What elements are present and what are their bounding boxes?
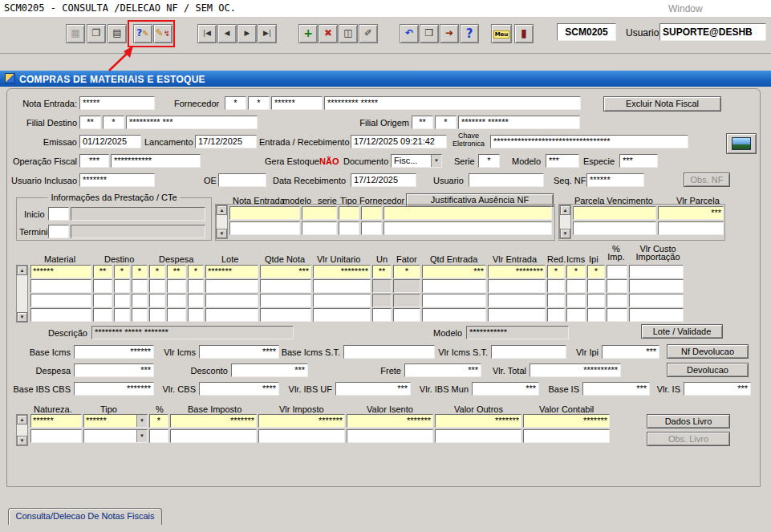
material-grid-cell[interactable]: [566, 308, 586, 322]
material-grid-cell[interactable]: [422, 279, 486, 293]
material-grid-cell[interactable]: [205, 308, 258, 322]
material-grid-cell[interactable]: ********: [313, 265, 371, 278]
material-grid-cell[interactable]: [488, 279, 546, 293]
material-grid-cell[interactable]: [393, 308, 420, 322]
natureza-grid-cell[interactable]: *******: [435, 414, 521, 428]
scroll-down-icon[interactable]: ▼: [17, 312, 27, 322]
next-record-button[interactable]: ▶: [237, 24, 257, 43]
entrada-recebimento-field[interactable]: 17/12/2025 09:21:42: [351, 135, 447, 148]
material-grid-cell[interactable]: [114, 294, 130, 307]
base-is-field[interactable]: ***: [582, 382, 650, 396]
fornecedor-name-field[interactable]: ********* *****: [324, 96, 581, 110]
modelo-field[interactable]: ***: [546, 154, 579, 168]
insert-record-button[interactable]: +: [298, 24, 318, 43]
frete-field[interactable]: ***: [404, 363, 481, 377]
usuario-field[interactable]: [469, 173, 544, 187]
base-ibs-cbs-field[interactable]: *******: [74, 382, 154, 396]
clipboard-button[interactable]: ❒: [420, 24, 439, 43]
material-grid-cell[interactable]: [93, 294, 112, 307]
seq-nf-field[interactable]: ******: [586, 173, 644, 187]
material-grid-cell[interactable]: [149, 294, 165, 307]
nf-devolucao-button[interactable]: Nf Devolucao: [667, 344, 749, 359]
material-grid-cell[interactable]: *: [188, 265, 204, 278]
material-grid-cell[interactable]: [313, 308, 371, 322]
filial-destino-name-field[interactable]: ********* ***: [126, 116, 258, 129]
tab-consulta-delecao[interactable]: Consulta/Delecao De Notas Fiscais: [8, 508, 162, 525]
oe-field[interactable]: [218, 173, 266, 187]
natureza-grid-cell[interactable]: ******▼: [83, 414, 148, 428]
filial-destino-code1-field[interactable]: **: [79, 116, 101, 129]
edit-button[interactable]: ✐: [359, 24, 378, 43]
material-grid-cell[interactable]: [167, 294, 186, 307]
material-grid-cell[interactable]: ******: [30, 265, 91, 278]
material-grid-cell[interactable]: [313, 279, 371, 293]
material-grid-cell[interactable]: [30, 279, 91, 293]
material-grid-cell[interactable]: [629, 279, 684, 293]
usuario-toolbar-field[interactable]: SUPORTE@DESHB: [659, 23, 766, 41]
material-grid-cell[interactable]: *: [132, 265, 148, 278]
material-grid-cell[interactable]: [372, 294, 392, 307]
emissao-field[interactable]: 01/12/2025: [79, 135, 141, 148]
vlr-icms-st-field[interactable]: [491, 345, 566, 359]
nota-entrada-grid-cell[interactable]: [302, 206, 337, 220]
window-button[interactable]: ❐: [87, 24, 106, 43]
material-grid-cell[interactable]: *: [547, 265, 565, 278]
material-grid-cell[interactable]: **: [372, 265, 392, 278]
filial-origem-code1-field[interactable]: **: [412, 116, 433, 129]
parcela-grid-cell[interactable]: [658, 221, 724, 235]
inicio-field[interactable]: [48, 207, 69, 221]
print-button[interactable]: ▤: [108, 24, 127, 43]
dropdown-arrow-icon[interactable]: ▼: [431, 155, 441, 167]
previous-record-button[interactable]: ◀: [217, 24, 237, 43]
list-of-values-button[interactable]: ◫: [339, 24, 358, 43]
nota-grid-scrollbar[interactable]: ▲ ▼: [216, 205, 228, 239]
natureza-grid-cell[interactable]: *******: [170, 414, 257, 428]
last-record-button[interactable]: ▶|: [258, 24, 277, 43]
natureza-grid-cell[interactable]: [347, 429, 433, 443]
devolucao-button[interactable]: Devolucao: [667, 363, 749, 377]
nota-entrada-field[interactable]: *****: [79, 96, 155, 110]
nota-entrada-grid-cell[interactable]: [339, 221, 359, 235]
material-grid-cell[interactable]: [547, 294, 565, 307]
desconto-field[interactable]: ***: [231, 363, 308, 377]
nota-entrada-grid-cell[interactable]: [229, 221, 300, 235]
terminio-field[interactable]: [48, 225, 69, 238]
nota-entrada-grid-cell[interactable]: [229, 206, 300, 220]
material-grid-cell[interactable]: [587, 279, 605, 293]
material-grid-cell[interactable]: [607, 308, 627, 322]
scroll-down-icon[interactable]: ▼: [217, 229, 227, 238]
material-grid-cell[interactable]: [260, 308, 311, 322]
material-grid-cell[interactable]: [488, 294, 546, 307]
scroll-down-icon[interactable]: ▼: [560, 229, 570, 238]
material-grid-cell[interactable]: [205, 279, 258, 293]
material-grid-cell[interactable]: [205, 294, 258, 307]
material-grid-cell[interactable]: [132, 308, 148, 322]
material-grid-cell[interactable]: [587, 294, 605, 307]
material-grid-cell[interactable]: [372, 279, 392, 293]
material-grid-cell[interactable]: [607, 265, 627, 278]
vlr-icms-field[interactable]: ****: [199, 345, 279, 359]
parcela-scrollbar[interactable]: ▲ ▼: [559, 205, 571, 239]
material-grid-cell[interactable]: [547, 279, 565, 293]
natureza-grid-cell[interactable]: [435, 429, 521, 443]
material-grid-cell[interactable]: [629, 308, 684, 322]
scroll-up-icon[interactable]: ▲: [560, 205, 570, 215]
nota-entrada-grid-cell[interactable]: [361, 221, 382, 235]
vlr-total-field[interactable]: **********: [530, 363, 621, 377]
material-grid-cell[interactable]: [149, 279, 165, 293]
dados-livro-button[interactable]: Dados Livro: [647, 414, 730, 428]
material-grid-cell[interactable]: **: [93, 265, 112, 278]
despesa-field[interactable]: ***: [74, 363, 154, 377]
first-record-button[interactable]: |◀: [197, 24, 217, 43]
dropdown-arrow-icon[interactable]: ▼: [136, 430, 147, 442]
excluir-nota-fiscal-button[interactable]: Excluir Nota Fiscal: [603, 96, 721, 112]
fornecedor-code1-field[interactable]: *: [225, 96, 246, 110]
operacao-fiscal-desc-field[interactable]: ***********: [111, 154, 201, 168]
material-grid-cell[interactable]: ***: [422, 265, 486, 278]
material-grid-cell[interactable]: [607, 279, 627, 293]
especie-field[interactable]: ***: [619, 154, 658, 168]
vlr-ibs-uf-field[interactable]: ***: [335, 382, 411, 396]
exit-form-button[interactable]: ▮: [514, 24, 534, 43]
natureza-grid-cell[interactable]: [523, 429, 610, 443]
usuario-inclusao-field[interactable]: *******: [79, 173, 155, 187]
